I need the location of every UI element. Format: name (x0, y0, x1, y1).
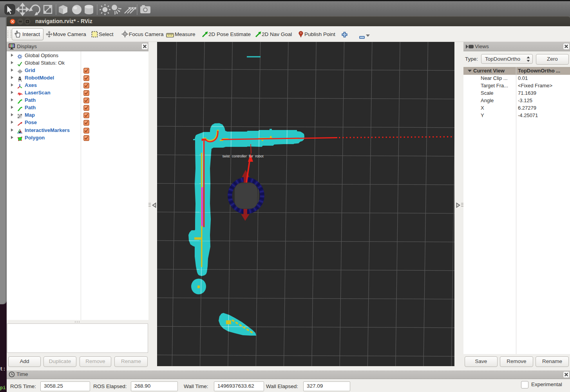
svg-text:twist controller for robot: twist controller for robot (223, 154, 264, 158)
